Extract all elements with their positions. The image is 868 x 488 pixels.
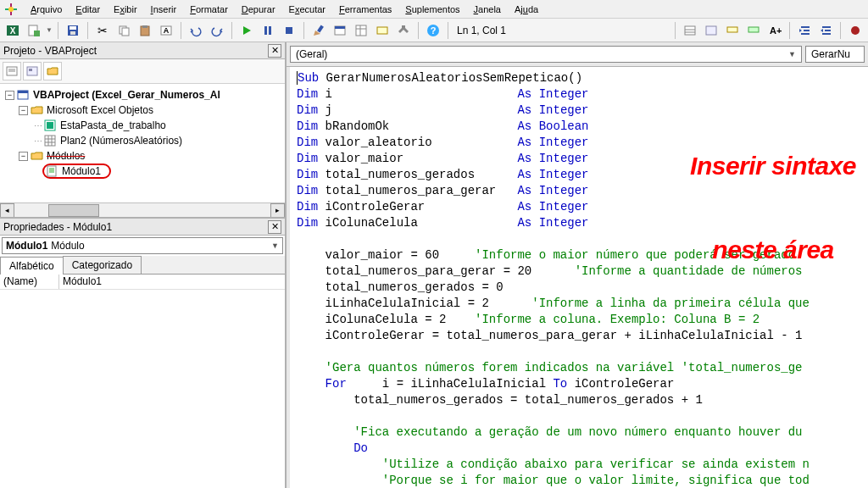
menu-formatar[interactable]: Formatar — [183, 3, 235, 16]
property-value[interactable]: Módulo1 — [59, 274, 285, 289]
project-explorer-icon[interactable] — [331, 21, 349, 40]
parameter-info-icon[interactable] — [744, 21, 763, 40]
list-constants-icon[interactable] — [702, 21, 721, 40]
menu-ajuda[interactable]: Ajuda — [508, 3, 545, 16]
project-tree[interactable]: − VBAProject (Excel_Gerar_Numeros_Al − M… — [0, 84, 285, 202]
view-code-icon[interactable] — [3, 62, 21, 80]
list-properties-icon[interactable] — [681, 21, 699, 40]
svg-marker-45 — [821, 29, 823, 32]
chevron-down-icon[interactable]: ▼ — [788, 50, 796, 58]
properties-object-combo[interactable]: Módulo1 Módulo ▼ — [2, 237, 283, 254]
toolbox-icon[interactable] — [394, 21, 413, 40]
find-icon[interactable]: A — [157, 21, 175, 40]
design-mode-icon[interactable] — [309, 21, 328, 40]
menu-editar[interactable]: Editar — [69, 3, 107, 16]
properties-tabs: Alfabético Categorizado — [0, 256, 285, 274]
breakpoint-icon[interactable] — [846, 21, 865, 40]
chevron-down-icon[interactable]: ▼ — [271, 241, 279, 250]
properties-grid[interactable]: (Name) Módulo1 — [0, 274, 285, 488]
project-panel-toolbar — [0, 59, 285, 84]
code-editor[interactable]: Sub GerarNumerosAleatoriosSemRepeticao()… — [287, 67, 868, 488]
properties-icon[interactable] — [352, 21, 370, 40]
module-icon — [46, 165, 59, 177]
paste-icon[interactable] — [136, 21, 154, 40]
tree-folder-modules[interactable]: − Módulos — [2, 148, 283, 164]
cut-icon[interactable]: ✂ — [93, 21, 112, 40]
svg-point-46 — [851, 26, 860, 35]
close-icon[interactable]: ✕ — [268, 220, 281, 234]
properties-panel: Propriedades - Módulo1 ✕ Módulo1 Módulo … — [0, 217, 285, 488]
menu-exibir[interactable]: Exibir — [107, 3, 144, 16]
svg-marker-41 — [799, 29, 802, 32]
menu-ferramentas[interactable]: Ferramentas — [332, 3, 398, 16]
copy-icon[interactable] — [114, 21, 133, 40]
stop-icon[interactable] — [280, 21, 298, 40]
svg-rect-31 — [685, 26, 695, 35]
tree-item-workbook[interactable]: ⋯ EstaPasta_de_trabalho — [2, 118, 283, 133]
menu-suplementos[interactable]: Suplementos — [398, 3, 466, 16]
menu-arquivo[interactable]: Arquivo — [24, 3, 69, 16]
svg-rect-24 — [335, 26, 345, 29]
svg-rect-9 — [70, 31, 75, 35]
menu-depurar[interactable]: Depurar — [235, 3, 282, 16]
dropdown-icon[interactable]: ▼ — [46, 26, 53, 34]
scroll-left-icon[interactable]: ◂ — [0, 203, 14, 218]
tree-item-sheet[interactable]: ⋯ Plan2 (NúmerosAleatórios) — [2, 133, 283, 148]
view-object-icon[interactable] — [23, 62, 42, 80]
svg-rect-25 — [356, 25, 366, 36]
project-panel-title: Projeto - VBAProject — [3, 45, 97, 57]
pause-icon[interactable] — [259, 21, 277, 40]
horizontal-scrollbar[interactable]: ◂ ▸ — [0, 202, 285, 217]
project-icon — [17, 89, 31, 101]
svg-rect-55 — [47, 122, 53, 129]
quick-info-icon[interactable] — [723, 21, 742, 40]
svg-rect-56 — [45, 136, 55, 146]
complete-word-icon[interactable]: A+ — [765, 21, 784, 40]
excel-icon[interactable]: X — [3, 21, 22, 40]
svg-rect-61 — [47, 166, 56, 176]
help-icon[interactable]: ? — [424, 21, 442, 40]
svg-rect-35 — [727, 27, 737, 32]
annotation-overlay: Inserir sintaxe neste área — [690, 96, 856, 319]
svg-rect-22 — [317, 25, 324, 32]
left-panel: Projeto - VBAProject ✕ − VBAProject (Exc… — [0, 42, 287, 488]
scroll-thumb[interactable] — [48, 204, 99, 217]
svg-rect-28 — [377, 27, 387, 34]
redo-icon[interactable] — [208, 21, 226, 40]
collapse-icon[interactable]: − — [19, 152, 28, 161]
object-combo[interactable]: (Geral) ▼ — [290, 46, 802, 63]
svg-text:X: X — [10, 26, 16, 36]
svg-rect-18 — [264, 26, 267, 35]
tree-item-module1[interactable]: Módulo1 — [2, 164, 283, 179]
indent-icon[interactable] — [795, 21, 814, 40]
close-icon[interactable]: ✕ — [268, 44, 281, 58]
tree-root[interactable]: − VBAProject (Excel_Gerar_Numeros_Al — [2, 87, 283, 103]
project-panel-header: Projeto - VBAProject ✕ — [0, 42, 285, 59]
outdent-icon[interactable] — [816, 21, 835, 40]
tab-categorized[interactable]: Categorizado — [63, 256, 142, 274]
menu-executar[interactable]: Executar — [282, 3, 332, 16]
toggle-folders-icon[interactable] — [43, 62, 62, 80]
menu-inserir[interactable]: Inserir — [144, 3, 184, 16]
run-icon[interactable] — [237, 21, 256, 40]
collapse-icon[interactable]: − — [5, 91, 14, 100]
property-row[interactable]: (Name) Módulo1 — [0, 274, 285, 290]
save-icon[interactable] — [64, 21, 82, 40]
app-logo-icon — [3, 2, 19, 17]
workbook-icon — [44, 119, 58, 131]
object-browser-icon[interactable] — [373, 21, 392, 40]
worksheet-icon — [44, 135, 58, 147]
svg-rect-53 — [18, 91, 28, 93]
collapse-icon[interactable]: − — [19, 106, 28, 115]
svg-rect-12 — [122, 28, 129, 36]
folder-open-icon — [31, 104, 44, 116]
tree-folder-excel-objects[interactable]: − Microsoft Excel Objetos — [2, 103, 283, 118]
procedure-combo[interactable]: GerarNu — [805, 46, 865, 63]
insert-module-icon[interactable] — [25, 21, 43, 40]
folder-open-icon — [31, 150, 44, 162]
undo-icon[interactable] — [186, 21, 205, 40]
tab-alphabetic[interactable]: Alfabético — [0, 257, 64, 274]
svg-rect-51 — [29, 69, 32, 71]
menu-janela[interactable]: Janela — [467, 3, 508, 16]
scroll-right-icon[interactable]: ▸ — [270, 203, 285, 218]
